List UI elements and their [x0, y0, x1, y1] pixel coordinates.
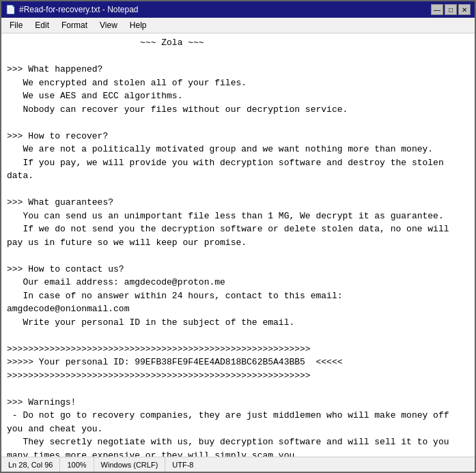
notepad-window: 📄 #Read-for-recovery.txt - Notepad — □ ✕…: [0, 0, 476, 473]
menu-item-help[interactable]: Help: [124, 19, 152, 31]
menu-bar: FileEditFormatViewHelp: [1, 18, 475, 33]
text-content[interactable]: ~~~ Zola ~~~ >>> What happened? We encry…: [1, 33, 475, 457]
title-bar: 📄 #Read-for-recovery.txt - Notepad — □ ✕: [1, 1, 475, 18]
window-title: #Read-for-recovery.txt - Notepad: [19, 5, 139, 14]
line-ending: Windows (CRLF): [94, 457, 166, 472]
zoom-display: 100%: [67, 461, 86, 469]
menu-item-edit[interactable]: Edit: [29, 19, 55, 31]
window-controls: — □ ✕: [431, 4, 471, 15]
status-bar: Ln 28, Col 96 100% Windows (CRLF) UTF-8: [1, 457, 475, 472]
ln-col-display: Ln 28, Col 96: [8, 461, 53, 469]
line-ending-display: Windows (CRLF): [101, 461, 158, 469]
zoom-level: 100%: [60, 457, 94, 472]
encoding: UTF-8: [165, 457, 200, 472]
cursor-position: Ln 28, Col 96: [1, 457, 60, 472]
menu-item-format[interactable]: Format: [56, 19, 93, 31]
minimize-button[interactable]: —: [431, 4, 443, 15]
menu-item-file[interactable]: File: [4, 19, 28, 31]
menu-item-view[interactable]: View: [94, 19, 123, 31]
maximize-button[interactable]: □: [445, 4, 457, 15]
close-button[interactable]: ✕: [458, 4, 471, 15]
encoding-display: UTF-8: [172, 461, 193, 469]
app-icon: 📄: [5, 5, 15, 14]
title-bar-left: 📄 #Read-for-recovery.txt - Notepad: [5, 5, 139, 14]
